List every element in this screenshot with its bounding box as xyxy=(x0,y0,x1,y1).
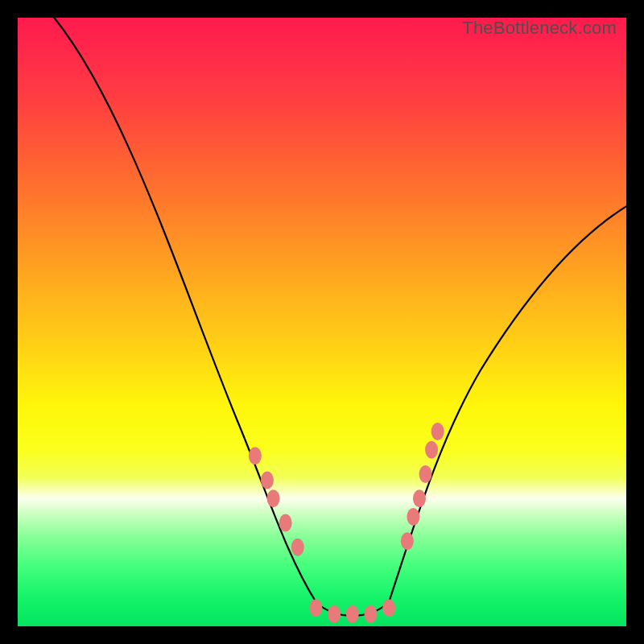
data-marker xyxy=(407,508,419,526)
data-marker xyxy=(309,599,322,617)
data-marker xyxy=(261,472,274,489)
data-marker xyxy=(364,605,377,623)
data-marker xyxy=(249,447,262,464)
data-marker xyxy=(401,532,414,550)
data-marker xyxy=(328,605,341,623)
data-marker xyxy=(431,423,444,440)
data-marker xyxy=(382,599,395,617)
chart-frame: TheBottleneck.com xyxy=(0,0,644,644)
data-marker xyxy=(413,489,426,507)
data-marker xyxy=(291,539,304,556)
data-marker xyxy=(425,441,438,459)
data-marker xyxy=(279,514,292,531)
plot-area: TheBottleneck.com xyxy=(18,18,626,626)
data-marker xyxy=(267,489,280,507)
data-marker xyxy=(346,605,359,623)
curve-svg xyxy=(18,18,626,626)
bottleneck-curve xyxy=(54,18,626,616)
data-marker xyxy=(419,465,432,483)
